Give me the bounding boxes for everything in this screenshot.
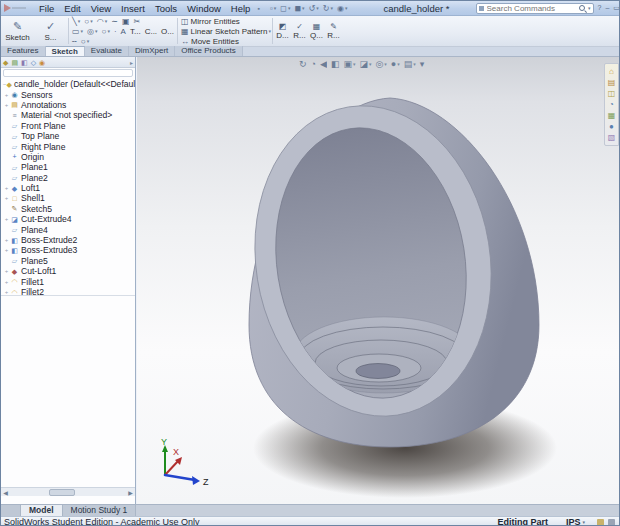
tree-item-fillet2[interactable]: +◠Fillet2 <box>3 287 135 296</box>
graphics-viewport[interactable]: ↻◔◀◧▣▾◪▾◎▾●▾▤▾▾ <box>137 57 620 504</box>
zoom-to-fit-button[interactable]: ↻ <box>299 59 307 69</box>
tree-expander[interactable]: + <box>3 185 10 191</box>
tree-item-annotations[interactable]: +▤Annotations <box>3 100 135 110</box>
construction-circle-button[interactable]: ○▾ <box>79 37 91 46</box>
tree-expander[interactable]: + <box>3 92 10 98</box>
tree-item-cutextrude4[interactable]: +◪Cut-Extrude4 <box>3 214 135 224</box>
tab-dimxpert[interactable]: DimXpert <box>129 46 175 56</box>
menu-item-insert[interactable]: Insert <box>116 3 150 14</box>
text-button[interactable]: A <box>119 27 128 36</box>
status-options-icon[interactable] <box>608 519 615 526</box>
move-entities-button[interactable]: ↔Move Entities <box>181 36 271 46</box>
display-style-button[interactable]: ◪▾ <box>359 59 371 69</box>
minimize-button[interactable]: – <box>605 4 609 12</box>
tree-item-material[interactable]: ≡Material <not specified> <box>3 110 135 120</box>
search-icon[interactable]: ◔ <box>609 99 614 110</box>
tab-evaluate[interactable]: Evaluate <box>85 46 129 56</box>
save-button[interactable]: ◼▾ <box>293 4 305 13</box>
view-palette-icon[interactable]: ▦ <box>608 110 616 121</box>
trim-entities-button[interactable]: ✂ <box>131 17 142 26</box>
tree-item-plane1[interactable]: ▱Plane1 <box>3 162 135 172</box>
line-button[interactable]: ╲▾ <box>70 17 82 26</box>
dropdown-caret-icon[interactable]: ▾ <box>397 61 400 67</box>
search-commands-box[interactable]: ▾ <box>476 3 594 14</box>
menu-pin-icon[interactable]: ▪ <box>257 5 259 12</box>
hide-show-items-button[interactable]: ◎▾ <box>375 59 386 69</box>
splitter-buttons[interactable] <box>1 505 21 516</box>
mirror-entities-button[interactable]: ◫Mirror Entities <box>181 16 271 26</box>
tree-item-front[interactable]: ▱Front Plane <box>3 121 135 131</box>
appearances-icon[interactable]: ● <box>609 121 614 132</box>
menu-item-tools[interactable]: Tools <box>150 3 182 14</box>
scroll-left-arrow-icon[interactable]: ◀ <box>1 489 10 496</box>
rebuild-button[interactable]: ↻▾ <box>322 4 334 13</box>
slot-button[interactable]: ◎▾ <box>85 27 100 36</box>
menu-item-edit[interactable]: Edit <box>59 3 85 14</box>
scrollbar-track[interactable] <box>10 489 126 496</box>
tree-item-right[interactable]: ▱Right Plane <box>3 141 135 151</box>
sketch-tool-button[interactable]: ✎ Sketch <box>1 16 34 46</box>
section-view-button[interactable]: ◧ <box>331 59 340 69</box>
search-input[interactable] <box>487 4 579 13</box>
tree-item-fillet1[interactable]: +◠Fillet1 <box>3 276 135 286</box>
dropdown-caret-icon[interactable]: ▾ <box>288 5 291 11</box>
tree-expander[interactable]: + <box>3 279 10 285</box>
dropdown-caret-icon[interactable]: ▾ <box>95 28 98 34</box>
tree-item-sketch5[interactable]: ✎Sketch5 <box>3 204 135 214</box>
featuremanager-tree-tab-icon[interactable]: ◆ <box>3 59 8 66</box>
dropdown-caret-icon[interactable]: ▾ <box>302 5 305 11</box>
tool-label-o[interactable]: O... <box>159 27 176 36</box>
tab-office-products[interactable]: Office Products <box>175 46 243 56</box>
spline-button[interactable]: ∼ <box>109 17 120 26</box>
dropdown-caret-icon[interactable]: ▾ <box>105 18 108 24</box>
open-button[interactable]: ◻▾ <box>279 4 291 13</box>
file-explorer-icon[interactable]: ◫ <box>608 88 616 99</box>
tree-expander[interactable]: + <box>3 247 10 253</box>
dropdown-caret-icon[interactable]: ▾ <box>369 61 372 67</box>
rectangle-button[interactable]: ▭▾ <box>70 27 85 36</box>
tree-item-plane5[interactable]: ▱Plane5 <box>3 256 135 266</box>
dropdown-caret-icon[interactable]: ▾ <box>90 18 93 24</box>
tree-item-plane4[interactable]: ▱Plane4 <box>3 224 135 234</box>
arc-button[interactable]: ◠▾ <box>95 17 110 26</box>
tree-item-plane2[interactable]: ▱Plane2 <box>3 173 135 183</box>
tab-sketch[interactable]: Sketch <box>46 46 85 56</box>
menu-item-window[interactable]: Window <box>182 3 226 14</box>
tool-label-c[interactable]: C... <box>143 27 159 36</box>
panel-horizontal-scrollbar[interactable]: ◀ ▶ <box>1 487 135 496</box>
tree-item-cutloft1[interactable]: +◆Cut-Loft1 <box>3 266 135 276</box>
scrollbar-thumb[interactable] <box>49 489 75 496</box>
tree-item-loft1[interactable]: +◆Loft1 <box>3 183 135 193</box>
circle-button[interactable]: ○▾ <box>82 17 94 26</box>
view-orientation-button[interactable]: ▣▾ <box>343 59 355 69</box>
solidworks-resources-icon[interactable]: ⌂ <box>609 66 614 77</box>
dropdown-caret-icon[interactable]: ▾ <box>87 38 90 44</box>
tree-expander[interactable]: + <box>3 195 10 201</box>
tab-model[interactable]: Model <box>21 505 63 516</box>
search-caret-icon[interactable]: ▾ <box>588 5 591 11</box>
tree-item-candleholder[interactable]: −◆candle_holder (Default<<Default>_ <box>3 79 135 89</box>
options-button[interactable]: ◉▾ <box>336 4 349 13</box>
menu-item-file[interactable]: File <box>34 3 59 14</box>
dropdown-caret-icon[interactable]: ▾ <box>107 28 110 34</box>
dropdown-caret-icon[interactable]: ▾ <box>413 61 416 67</box>
tree-expander[interactable]: + <box>3 216 10 222</box>
dropdown-caret-icon[interactable]: ▾ <box>268 28 271 34</box>
tags-icon[interactable] <box>597 519 604 526</box>
point-button[interactable]: · <box>112 27 119 36</box>
units-selector[interactable]: IPS <box>566 517 581 526</box>
dimxpertmanager-tab-icon[interactable]: ◇ <box>31 59 36 66</box>
tree-item-shell1[interactable]: +□Shell1 <box>3 193 135 203</box>
previous-view-button[interactable]: ◀ <box>320 59 327 69</box>
dropdown-caret-icon[interactable]: ▾ <box>384 61 387 67</box>
search-icon[interactable] <box>579 5 585 11</box>
menu-item-view[interactable]: View <box>86 3 116 14</box>
design-library-icon[interactable]: ▤ <box>608 77 616 88</box>
propertymanager-tab-icon[interactable]: ▤ <box>11 59 18 66</box>
feature-tree-filter-input[interactable] <box>3 69 133 77</box>
menu-item-help[interactable]: Help <box>226 3 256 14</box>
centerline-button[interactable]: ╌ <box>70 37 79 46</box>
tree-expander[interactable]: + <box>3 268 10 274</box>
scroll-right-arrow-icon[interactable]: ▶ <box>126 489 135 496</box>
dropdown-caret-icon[interactable]: ▾ <box>81 28 84 34</box>
